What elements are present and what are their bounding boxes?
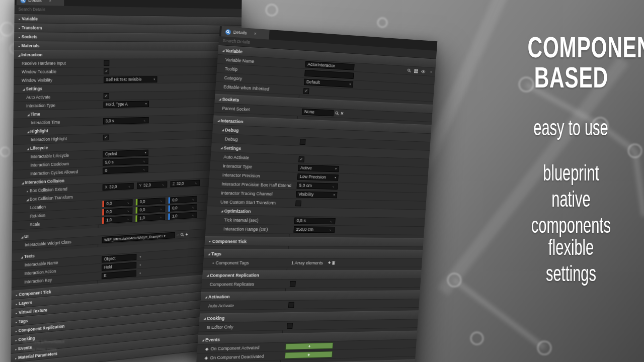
checkbox[interactable]: ✓ (103, 134, 109, 140)
spin-arrows-icon[interactable]: ↔ (126, 208, 132, 214)
checkbox[interactable] (290, 281, 296, 287)
browse-icon[interactable] (180, 232, 184, 237)
checkbox[interactable]: ✓ (298, 156, 304, 162)
expander-expanded-icon[interactable]: ◢ (26, 113, 31, 116)
spin-arrows-icon[interactable]: ↔ (160, 181, 166, 187)
spin-arrows-icon[interactable]: ↔ (142, 158, 147, 164)
spin-arrows-icon[interactable]: ↔ (191, 212, 196, 218)
search-socket-icon[interactable] (335, 111, 340, 116)
text-field-value[interactable]: ActorInteractor (307, 62, 352, 70)
spin-arrows-icon[interactable]: ↔ (158, 198, 164, 204)
spinbox[interactable]: 3,0 s↔ (103, 117, 149, 124)
vector-z-value[interactable]: 0,0 (172, 197, 191, 203)
socket-value[interactable]: None (304, 109, 331, 116)
spinbox-value[interactable]: 250,0 cm (296, 227, 328, 232)
checkbox[interactable] (295, 200, 301, 206)
close-icon[interactable]: × (49, 0, 51, 3)
text-field-value[interactable] (307, 73, 351, 76)
vector-z-value[interactable]: 0,0 (172, 205, 191, 211)
use-selected-icon[interactable]: − (176, 232, 179, 238)
category-materials[interactable]: ▸Materials (14, 41, 242, 51)
expander-expanded-icon[interactable]: ◢ (22, 87, 26, 90)
spinbox-value[interactable]: 5,0 s (105, 158, 142, 165)
dropdown-value[interactable]: Active (300, 165, 334, 172)
expander-collapsed-icon[interactable]: ▸ (14, 302, 19, 306)
dropdown[interactable]: Low Precision▾ (297, 173, 339, 181)
spin-arrows-icon[interactable]: ↔ (158, 214, 164, 220)
chevron-down-icon[interactable]: ▾ (139, 271, 141, 275)
category-tags[interactable]: ◢Tags (204, 249, 423, 259)
expander-collapsed-icon[interactable]: ▸ (17, 26, 22, 30)
spin-arrows-icon[interactable]: ↔ (328, 227, 334, 233)
chevron-down-icon[interactable]: ▾ (140, 255, 141, 258)
socket-field[interactable]: None (302, 109, 334, 116)
vector-y-value[interactable]: 0,0 (140, 206, 158, 213)
spinbox[interactable]: 5,0 cm↔ (296, 183, 338, 190)
checkbox[interactable] (288, 302, 294, 308)
expander-collapsed-icon[interactable]: ▸ (17, 44, 22, 48)
spin-arrows-icon[interactable]: ↔ (331, 184, 337, 190)
spin-arrows-icon[interactable]: ↔ (158, 206, 164, 212)
dropdown[interactable]: Active▾ (298, 165, 339, 172)
vector-y-value[interactable]: 0,0 (140, 198, 158, 204)
dropdown-value[interactable]: Cycled (105, 150, 143, 156)
dropdown[interactable]: Self Hit Test Invisible▾ (104, 76, 157, 82)
dropdown[interactable]: Visibility▾ (296, 191, 337, 198)
expander-expanded-icon[interactable]: ◢ (20, 235, 25, 239)
vector-y-value[interactable]: 32,0 (143, 182, 160, 188)
expander-expanded-icon[interactable]: ◢ (25, 198, 30, 201)
expander-expanded-icon[interactable]: ◢ (26, 130, 31, 133)
category-interaction[interactable]: ◢Interaction (14, 50, 242, 59)
category-component-tick[interactable]: ▸Component Tick (204, 236, 424, 247)
spin-arrows-icon[interactable]: ↔ (126, 199, 132, 205)
expander-collapsed-icon[interactable]: ▸ (14, 320, 19, 324)
expander-collapsed-icon[interactable]: ▸ (14, 329, 19, 333)
trash-icon[interactable] (332, 261, 336, 265)
grid-icon[interactable] (414, 69, 418, 73)
spinbox[interactable]: 0,5 s↔ (294, 218, 336, 225)
checkbox[interactable] (300, 139, 306, 145)
eye-icon[interactable] (421, 69, 426, 73)
dropdown-value[interactable]: Self Hit Test Invisible (106, 76, 152, 82)
spinbox-value[interactable]: 5,0 cm (299, 183, 331, 189)
text-field[interactable]: E (102, 270, 136, 279)
spin-arrows-icon[interactable]: ↔ (329, 218, 335, 224)
close-icon[interactable]: × (254, 31, 257, 36)
chevron-down-icon[interactable]: ▾ (139, 263, 141, 266)
dropdown-value[interactable]: Low Precision (299, 174, 333, 180)
expander-expanded-icon[interactable]: ◢ (26, 146, 30, 150)
spin-arrows-icon[interactable]: ↔ (141, 166, 147, 172)
text-field-value[interactable]: Hold (104, 262, 134, 270)
expander-collapsed-icon[interactable]: ▸ (15, 293, 19, 297)
spin-arrows-icon[interactable]: ↔ (127, 183, 133, 189)
expander-expanded-icon[interactable]: ◢ (20, 255, 24, 259)
dropdown[interactable]: Default▾ (304, 79, 353, 88)
text-field-value[interactable]: E (104, 270, 134, 278)
spinbox[interactable]: 5,0 s↔ (103, 157, 148, 165)
dropdown-value[interactable]: Visibility (298, 192, 332, 198)
checkbox[interactable]: ✓ (303, 88, 309, 94)
spin-arrows-icon[interactable]: ↔ (142, 117, 147, 123)
vector-x-value[interactable]: 0,0 (107, 200, 126, 207)
vector-y-value[interactable]: 1,0 (139, 214, 158, 221)
spinbox[interactable]: 250,0 cm↔ (293, 226, 335, 233)
dropdown[interactable]: Hold, Type A▾ (103, 101, 149, 108)
clear-icon[interactable]: ✕ (341, 111, 344, 116)
expander-collapsed-icon[interactable]: ▸ (14, 311, 19, 315)
vector-z-value[interactable]: 32,0 (177, 180, 194, 187)
spin-arrows-icon[interactable]: ↔ (194, 179, 199, 186)
spinbox-value[interactable]: 3,0 s (106, 118, 142, 124)
category-sockets[interactable]: ▸Sockets (14, 32, 242, 42)
checkbox[interactable]: ✓ (104, 93, 109, 99)
spinbox-value[interactable]: 0,5 s (296, 218, 329, 224)
expander-expanded-icon[interactable]: ◢ (17, 53, 22, 56)
add-element-icon[interactable]: + (328, 260, 331, 265)
vector-x-value[interactable]: 32,0 (109, 184, 127, 190)
spinbox[interactable]: 0↔ (103, 165, 148, 173)
dropdown-value[interactable]: Default (306, 79, 348, 87)
checkbox[interactable] (287, 323, 293, 329)
add-event-button[interactable]: + (285, 351, 333, 358)
dropdown-value[interactable]: Hold, Type A (106, 101, 143, 107)
dropdown[interactable]: Cycled▾ (103, 149, 148, 157)
add-icon[interactable]: + (186, 231, 188, 237)
